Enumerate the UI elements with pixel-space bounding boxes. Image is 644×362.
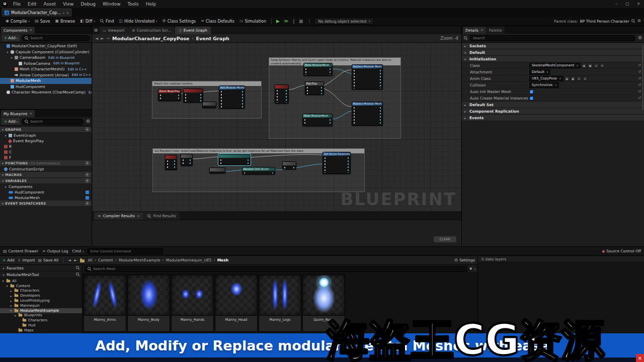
- eye-icon[interactable]: [86, 191, 89, 194]
- search-icon[interactable]: [631, 19, 635, 23]
- components-search[interactable]: [22, 35, 90, 41]
- source-control-button[interactable]: ● Source Control Off: [602, 249, 641, 253]
- component-hudcomponent[interactable]: HudComponent: [0, 84, 92, 90]
- reset-to-default-icon[interactable]: ↺: [638, 89, 642, 94]
- reset-to-default-icon[interactable]: ↺: [638, 96, 642, 100]
- go-to-icon[interactable]: →: [106, 36, 110, 41]
- toolbar-save-button[interactable]: ▤Save: [32, 17, 52, 26]
- menu-item-asset[interactable]: Asset: [40, 0, 60, 8]
- cb-settings-button[interactable]: ⚙ Settings: [454, 258, 475, 262]
- blueprint-item-r[interactable]: R: [0, 144, 92, 149]
- maximize-button[interactable]: ▢: [622, 0, 633, 8]
- tab-my-blueprint[interactable]: My Blueprint ×: [1, 110, 35, 117]
- tab-details[interactable]: Details×: [463, 27, 486, 34]
- combo-attachment[interactable]: Default▾: [529, 69, 550, 75]
- folder-developers[interactable]: ▸Developers: [0, 293, 82, 298]
- close-icon[interactable]: ×: [137, 214, 140, 218]
- clear-icon-button[interactable]: ×: [600, 63, 605, 68]
- folder-all[interactable]: ▾All: [0, 279, 82, 284]
- reset-to-default-icon[interactable]: ↺: [638, 63, 642, 67]
- add-variables-button[interactable]: +: [85, 178, 90, 183]
- checkbox-auto-init-master-mesh[interactable]: ✓: [529, 89, 534, 94]
- component-capsule-component-collisioncylinder[interactable]: ▾Capsule Component (CollisionCylinder)Ed…: [0, 49, 92, 55]
- pause-button[interactable]: ‖: [290, 19, 297, 24]
- blueprint-item-event-beginplay[interactable]: Event BeginPlay: [0, 138, 92, 144]
- toolbar-browse-button[interactable]: ▣Browse: [52, 17, 77, 26]
- asset-manny-hands[interactable]: Manny_Hands: [171, 275, 214, 332]
- favorites-section[interactable]: ▾ Favorites: [0, 265, 82, 272]
- asset-manny-head[interactable]: Manny_Head: [215, 275, 258, 332]
- edit-in-blueprint-link[interactable]: Edit in Blueprint: [48, 56, 74, 60]
- node-replace-modular-mesh[interactable]: Replace Modular Mesh: [352, 102, 383, 126]
- search-icon[interactable]: [76, 273, 80, 277]
- edit-in-c-link[interactable]: Edit in C++: [68, 67, 87, 71]
- node-add-modular-meshes[interactable]: Add Modular Meshes: [219, 85, 245, 109]
- close-icon[interactable]: ×: [30, 112, 33, 116]
- add-event-dispatchers-button[interactable]: +: [85, 201, 90, 206]
- details-section-events[interactable]: ▸Events: [462, 115, 644, 121]
- node-small[interactable]: [275, 84, 289, 104]
- node-small[interactable]: [183, 88, 203, 103]
- details-search[interactable]: [470, 35, 635, 41]
- tab-components[interactable]: Components ×: [1, 27, 35, 34]
- close-icon[interactable]: ×: [29, 28, 32, 32]
- gear-icon[interactable]: ⚙: [638, 36, 642, 40]
- add-functions-button[interactable]: +: [85, 161, 90, 165]
- details-section-default[interactable]: ▾Default: [462, 49, 644, 56]
- gear-icon[interactable]: ⚙: [86, 119, 90, 124]
- node-random-unit-vector[interactable]: Random Unit Vector: [242, 167, 275, 174]
- asset-manny-body[interactable]: Manny_Body: [127, 275, 170, 332]
- tab-modularcharacter-copypose[interactable]: ModularCharacter_Cop... ▾ ×: [2, 9, 72, 17]
- breadcrumb-modularmannequin-ue5[interactable]: ModularMannequin_UE5: [166, 258, 212, 262]
- component-mesh-charactermesh0[interactable]: Mesh (CharacterMesh0)Edit in C++: [0, 66, 92, 72]
- content-drawer-button[interactable]: ▤ Content Drawer: [3, 249, 38, 253]
- asset-manny-arms[interactable]: Manny_Arms: [84, 275, 126, 332]
- node-flip-flop[interactable]: Flip Flop: [305, 81, 324, 95]
- details-section-sockets[interactable]: ▸Sockets: [462, 43, 644, 49]
- add-macros-button[interactable]: +: [85, 172, 90, 177]
- window-layout-icon[interactable]: ▦: [94, 28, 98, 32]
- node-small[interactable]: [181, 154, 193, 166]
- tab-find-results[interactable]: Find Results: [144, 212, 180, 220]
- sort-caret-icon[interactable]: ▾: [474, 267, 475, 270]
- menu-item-debug[interactable]: Debug: [77, 0, 99, 8]
- output-log-button[interactable]: ≡ Output Log: [42, 249, 68, 253]
- browse-icon-button[interactable]: ▣: [571, 76, 576, 81]
- my-blueprint-search[interactable]: [22, 119, 84, 125]
- reset-to-default-icon[interactable]: ↺: [638, 83, 642, 87]
- blueprint-item-components[interactable]: ▾Components: [0, 184, 92, 190]
- back-icon[interactable]: ◄: [68, 258, 71, 262]
- asset-manny-legs[interactable]: Manny_Legs: [259, 275, 301, 332]
- section-graphs[interactable]: ▾GRAPHS+: [0, 127, 92, 133]
- blueprint-item-hudcomponent[interactable]: HudComponent: [0, 190, 92, 195]
- close-icon[interactable]: ×: [480, 28, 484, 32]
- component-followcamera[interactable]: FollowCameraEdit in Blueprint: [0, 61, 92, 67]
- folder-modularmeshexample[interactable]: ▾ModularMeshExample: [0, 308, 82, 313]
- cmd-dropdown[interactable]: Cmd ▾: [72, 249, 84, 253]
- add-component-button[interactable]: + Add ▾: [2, 35, 20, 41]
- graph-tab-construction-scr[interactable]: ⚙Construction Scr...: [128, 27, 175, 34]
- graph-canvas[interactable]: BLUEPRINT Attach the modular meshesSwap …: [92, 43, 461, 211]
- banner-close-button[interactable]: ×: [636, 354, 644, 362]
- play-button[interactable]: ▶: [274, 19, 282, 24]
- forward-icon[interactable]: ►: [74, 258, 77, 262]
- console-command-input[interactable]: [88, 248, 163, 254]
- tab-compiler-results[interactable]: ≡Compiler Results×: [94, 212, 143, 220]
- asset-search[interactable]: [85, 266, 467, 272]
- node-event-beginplay[interactable]: Event BeginPlay: [158, 89, 181, 101]
- breadcrumb-event-graph[interactable]: Event Graph: [196, 36, 229, 41]
- add-asset-button[interactable]: + Add: [3, 258, 15, 262]
- node-make-modularmesh[interactable]: Make ModularMesh: [303, 63, 333, 76]
- section-event-dispatchers[interactable]: ▾EVENT DISPATCHERS+: [0, 201, 92, 207]
- asset-search-input[interactable]: [93, 267, 464, 271]
- edit-in-blueprint-link[interactable]: Edit in Blueprint: [53, 61, 79, 65]
- node-make-modularmesh[interactable]: Make ModularMesh: [302, 114, 333, 126]
- node-small[interactable]: [202, 102, 216, 108]
- forward-icon[interactable]: ►: [101, 36, 104, 41]
- details-scrollbar[interactable]: [642, 45, 643, 110]
- toolbar-simulation-button[interactable]: ▭Simulation: [237, 17, 269, 26]
- menu-item-view[interactable]: View: [59, 0, 77, 8]
- blueprint-item-f[interactable]: F: [0, 155, 92, 160]
- reset-to-default-icon[interactable]: ↺: [638, 70, 642, 74]
- search-icon[interactable]: [76, 266, 80, 270]
